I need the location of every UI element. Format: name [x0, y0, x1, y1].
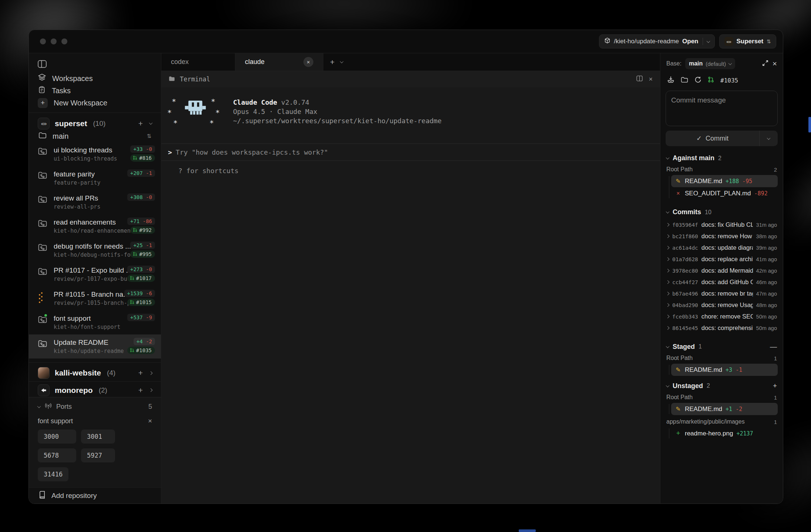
chevron-down-icon[interactable] — [149, 121, 153, 125]
commit-row[interactable]: bc21f860 docs: remove How I... 38m ago — [666, 230, 778, 242]
sort-icon[interactable]: ⇅ — [147, 133, 151, 139]
commit-row[interactable]: 01a7d628 docs: replace archit... 41m ago — [666, 253, 778, 265]
tab-codex[interactable]: codex — [161, 53, 235, 71]
tab-claude[interactable]: claude × — [235, 53, 323, 71]
open-label[interactable]: Open — [682, 38, 698, 45]
ports-label: Ports — [56, 403, 72, 411]
commit-row[interactable]: 3978ec80 docs: add Mermaid ... 42m ago — [666, 265, 778, 276]
close-icon[interactable]: × — [773, 59, 777, 68]
repo-header-superset[interactable]: «» superset (10) + — [29, 117, 161, 131]
split-view-icon[interactable] — [636, 75, 643, 83]
new-tab-icon[interactable]: + — [330, 58, 334, 67]
close-tab-icon[interactable]: × — [303, 57, 313, 67]
workspace-item[interactable]: review all PRs review-all-prs +308 -0 — [29, 190, 161, 214]
section-staged[interactable]: Staged 1 — — [666, 339, 778, 354]
workspace-item[interactable]: font support kiet-ho/font-support +537 -… — [29, 310, 161, 334]
chevron-down-icon — [666, 156, 670, 159]
app-switcher-pill[interactable]: «» Superset ⇅ — [719, 34, 776, 48]
commit-row[interactable]: ccb44f27 docs: add GitHub C... 46m ago — [666, 276, 778, 288]
terminal-body[interactable]: * * * * * * — [161, 87, 660, 504]
port-chip[interactable]: 5678 — [38, 448, 76, 462]
worktree-icon — [38, 314, 49, 326]
section-against-main[interactable]: Against main 2 — [666, 151, 778, 165]
add-workspace-icon[interactable]: + — [138, 368, 143, 377]
worktree-open-pill[interactable]: /kiet-ho/update-readme Open — [599, 34, 714, 48]
chevron-right-icon[interactable] — [149, 371, 153, 375]
repo-header-kalli-website[interactable]: kalli-website (4) + — [29, 366, 161, 380]
stage-all-icon[interactable]: + — [773, 382, 777, 390]
sidebar-toggle-icon[interactable] — [38, 63, 47, 69]
diff-badge: +308 -0 — [127, 193, 155, 201]
branch-row-main[interactable]: main ⇅ — [29, 131, 161, 142]
commit-row[interactable]: b67ae496 docs: remove br tag... 47m ago — [666, 288, 778, 299]
base-label: Base: — [666, 60, 682, 67]
commit-row[interactable]: ac61a4dc docs: update diagra... 39m ago — [666, 242, 778, 253]
repo-header-monorepo[interactable]: monorepo (2) + — [29, 383, 161, 397]
file-row[interactable]: ✎ README.md +1 -2 — [671, 403, 778, 415]
add-repository-button[interactable]: Add repository — [29, 487, 161, 504]
workspace-item-selected[interactable]: Update README kiet-ho/update-readme +4 -… — [29, 334, 161, 358]
workspace-item[interactable]: PR #1015 - Branch na... review/pr-1015-b… — [29, 286, 161, 310]
pr-number[interactable]: #1035 — [720, 77, 738, 84]
chevron-down-icon[interactable] — [37, 405, 41, 408]
port-group-label: font support — [38, 417, 73, 425]
sidebar-item-workspaces[interactable]: Workspaces — [29, 73, 161, 85]
workspace-item[interactable]: feature parity feature-parity +207 -1 — [29, 166, 161, 190]
workspace-item[interactable]: debug notifs for needs ... kiet-ho/debug… — [29, 238, 161, 262]
port-chip[interactable]: 3000 — [38, 430, 76, 444]
chevron-down-icon[interactable] — [706, 39, 710, 43]
port-group: font support × — [38, 417, 152, 425]
commit-options-dropdown[interactable] — [759, 131, 778, 146]
commit-row[interactable]: 86145e45 docs: comprehensi... 50m ago — [666, 322, 778, 334]
zoom-window-button[interactable] — [61, 38, 67, 44]
check-icon: ✓ — [696, 134, 702, 142]
file-row[interactable]: × SEO_AUDIT_PLAN.md -892 — [671, 187, 778, 199]
workspace-item[interactable]: ui blocking threads ui-blocking-threads … — [29, 142, 161, 166]
folder-icon[interactable] — [681, 77, 688, 84]
ports-header[interactable]: Ports 5 — [38, 403, 152, 411]
commit-row[interactable]: fce0b343 chore: remove SEO... 50m ago — [666, 311, 778, 322]
workspace-item[interactable]: read enhancements kiet-ho/read-enhanceme… — [29, 214, 161, 238]
claude-banner-text: Claude Code v2.0.74 Opus 4.5 · Claude Ma… — [233, 96, 442, 129]
chevron-down-icon[interactable] — [340, 60, 344, 63]
section-commits[interactable]: Commits 10 — [666, 205, 778, 219]
pull-request-icon[interactable] — [708, 76, 714, 84]
add-workspace-icon[interactable]: + — [138, 386, 143, 395]
file-row[interactable]: ✎ README.md +188 -95 — [671, 175, 778, 187]
add-workspace-icon[interactable]: + — [138, 119, 143, 128]
unstage-all-icon[interactable]: — — [770, 343, 777, 351]
close-icon[interactable]: × — [148, 417, 152, 425]
menu-label: Tasks — [52, 87, 71, 95]
commit-button[interactable]: ✓ Commit — [666, 131, 778, 146]
model-line: Opus 4.5 · Claude Max — [233, 107, 442, 116]
commit-row[interactable]: 04bad290 docs: remove Usag... 48m ago — [666, 299, 778, 311]
refresh-icon[interactable] — [694, 76, 701, 85]
diff-badge: +537 -9 — [127, 314, 155, 321]
file-row[interactable]: + readme-hero.png +2137 — [671, 427, 778, 440]
close-panel-icon[interactable]: × — [649, 75, 653, 83]
sidebar-item-tasks[interactable]: Tasks — [29, 85, 161, 97]
port-chip[interactable]: 31416 — [38, 467, 68, 481]
workspace-item[interactable]: PR #1017 - Expo build ... review/pr-1017… — [29, 262, 161, 286]
stash-icon[interactable] — [667, 76, 674, 85]
section-unstaged[interactable]: Unstaged 2 + — [666, 378, 778, 393]
ports-count: 5 — [148, 403, 152, 411]
minimize-window-button[interactable] — [51, 38, 57, 44]
git-sections[interactable]: Against main 2 Root Path 2 ✎ README.md +… — [660, 148, 783, 504]
expand-icon[interactable] — [762, 60, 769, 68]
commit-row[interactable]: f035964f docs: fix GitHub CLI... 31m ago — [666, 219, 778, 230]
port-chip[interactable]: 5927 — [81, 448, 115, 462]
prompt-input[interactable]: >Try "how does workspace-ipcs.ts work?" — [161, 144, 660, 161]
sidebar-item-new-workspace[interactable]: + New Workspace — [29, 97, 161, 109]
window-controls[interactable] — [40, 38, 67, 44]
close-window-button[interactable] — [40, 38, 46, 44]
commit-message-input[interactable] — [666, 91, 778, 126]
diff-badge: +207 -1 — [127, 169, 155, 177]
modified-icon: ✎ — [675, 178, 682, 185]
divider — [29, 362, 161, 363]
chevron-right-icon[interactable] — [149, 388, 153, 392]
select-arrows-icon: ⇅ — [767, 38, 771, 44]
port-chip[interactable]: 3001 — [81, 430, 115, 444]
file-row[interactable]: ✎ README.md +3 -1 — [671, 364, 778, 376]
base-branch-select[interactable]: main (default) — [685, 58, 735, 69]
